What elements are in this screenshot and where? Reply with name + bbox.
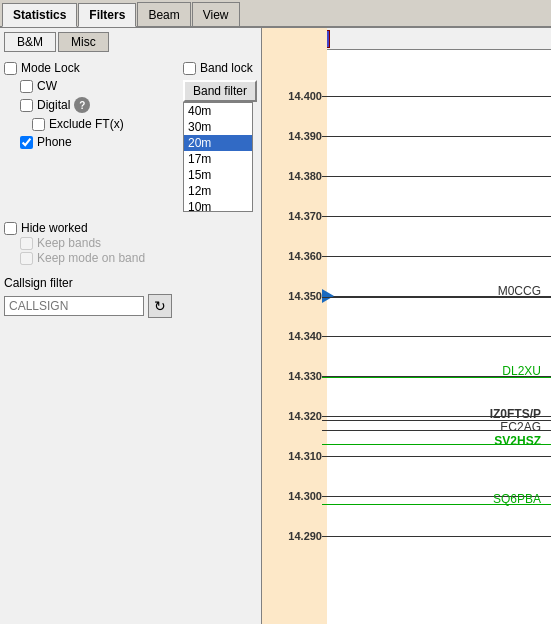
band-filter-container: Band filter 40m 30m 20m 17m 15m 12m 10m … xyxy=(183,80,257,212)
hide-worked-row: Hide worked xyxy=(4,221,257,235)
keep-bands-checkbox[interactable] xyxy=(20,237,33,250)
freq-14290: 14.290 xyxy=(262,530,322,542)
freq-14300: 14.300 xyxy=(262,490,322,502)
band-filter-button[interactable]: Band filter xyxy=(183,80,257,102)
mode-lock-checkbox[interactable] xyxy=(4,62,17,75)
freq-line-14360 xyxy=(322,256,551,257)
call-label-sq6pba: SQ6PBA xyxy=(493,492,541,506)
band-item-10m[interactable]: 10m xyxy=(184,199,252,212)
mode-lock-row: Mode Lock xyxy=(4,61,124,75)
band-item-15m[interactable]: 15m xyxy=(184,167,252,183)
cw-row: CW xyxy=(20,79,124,93)
callsign-filter-label: Callsign filter xyxy=(4,276,257,290)
tab-view[interactable]: View xyxy=(192,2,240,26)
exclude-ftx-row: Exclude FT(x) xyxy=(32,117,124,131)
band-item-40m[interactable]: 40m xyxy=(184,103,252,119)
help-icon[interactable]: ? xyxy=(74,97,90,113)
band-lock-checkbox[interactable] xyxy=(183,62,196,75)
exclude-ftx-checkbox[interactable] xyxy=(32,118,45,131)
freq-line-14290 xyxy=(322,536,551,537)
freq-line-14370 xyxy=(322,216,551,217)
digital-row: Digital ? xyxy=(20,97,124,113)
freq-14400: 14.400 xyxy=(262,90,322,102)
marker-triangle xyxy=(322,289,334,303)
sub-tab-bm[interactable]: B&M xyxy=(4,32,56,52)
band-item-20m[interactable]: 20m xyxy=(184,135,252,151)
right-panel: 14.400 14.390 14.380 14.370 14.360 14.35… xyxy=(262,28,551,624)
band-lock-row: Band lock xyxy=(183,61,253,75)
phone-checkbox[interactable] xyxy=(20,136,33,149)
band-item-30m[interactable]: 30m xyxy=(184,119,252,135)
freq-14360: 14.360 xyxy=(262,250,322,262)
freq-line-14400 xyxy=(322,96,551,97)
band-item-17m[interactable]: 17m xyxy=(184,151,252,167)
callsign-row: ↻ xyxy=(4,294,257,318)
main-content: B&M Misc Mode Lock CW Digital xyxy=(0,28,551,624)
refresh-button[interactable]: ↻ xyxy=(148,294,172,318)
freq-14370: 14.370 xyxy=(262,210,322,222)
keep-mode-checkbox[interactable] xyxy=(20,252,33,265)
tab-filters[interactable]: Filters xyxy=(78,3,136,27)
freq-14380: 14.380 xyxy=(262,170,322,182)
right-options: Band lock Band filter 40m 30m 20m 17m 15… xyxy=(183,60,257,212)
call-label-dl2xu: DL2XU xyxy=(502,364,541,378)
hide-worked-section: Hide worked Keep bands Keep mode on band xyxy=(4,220,257,266)
call-label-m0ccg: M0CCG xyxy=(498,284,541,298)
phone-row: Phone xyxy=(20,135,124,149)
freq-14390: 14.390 xyxy=(262,130,322,142)
callsign-input[interactable] xyxy=(4,296,144,316)
cw-checkbox[interactable] xyxy=(20,80,33,93)
band-item-12m[interactable]: 12m xyxy=(184,183,252,199)
hide-worked-checkbox[interactable] xyxy=(4,222,17,235)
freq-14340: 14.340 xyxy=(262,330,322,342)
freq-14350: 14.350 xyxy=(262,290,322,302)
freq-14320: 14.320 xyxy=(262,410,322,422)
freq-line-14380 xyxy=(322,176,551,177)
freq-14310: 14.310 xyxy=(262,450,322,462)
left-options: Mode Lock CW Digital ? Exclude FT(x) xyxy=(4,60,124,150)
freq-line-14390 xyxy=(322,136,551,137)
call-label-iz0fts: IZ0FTS/P xyxy=(490,407,541,421)
freq-display: 14.400 14.390 14.380 14.370 14.360 14.35… xyxy=(262,72,551,624)
tab-statistics[interactable]: Statistics xyxy=(2,3,77,27)
freq-line-14310 xyxy=(322,456,551,457)
left-panel: B&M Misc Mode Lock CW Digital xyxy=(0,28,262,624)
sub-tab-misc[interactable]: Misc xyxy=(58,32,109,52)
sub-tab-bar: B&M Misc xyxy=(4,32,257,52)
call-label-ec2ag: EC2AG xyxy=(500,420,541,434)
call-label-sv2hsz: SV2HSZ xyxy=(494,434,541,448)
band-dropdown[interactable]: 40m 30m 20m 17m 15m 12m 10m 2m xyxy=(183,102,253,212)
options-row: Mode Lock CW Digital ? Exclude FT(x) xyxy=(4,60,257,212)
tab-beam[interactable]: Beam xyxy=(137,2,190,26)
keep-mode-row: Keep mode on band xyxy=(20,251,257,265)
freq-line-14340 xyxy=(322,336,551,337)
freq-14330: 14.330 xyxy=(262,370,322,382)
tab-bar: Statistics Filters Beam View xyxy=(0,0,551,28)
keep-bands-row: Keep bands xyxy=(20,236,257,250)
digital-checkbox[interactable] xyxy=(20,99,33,112)
